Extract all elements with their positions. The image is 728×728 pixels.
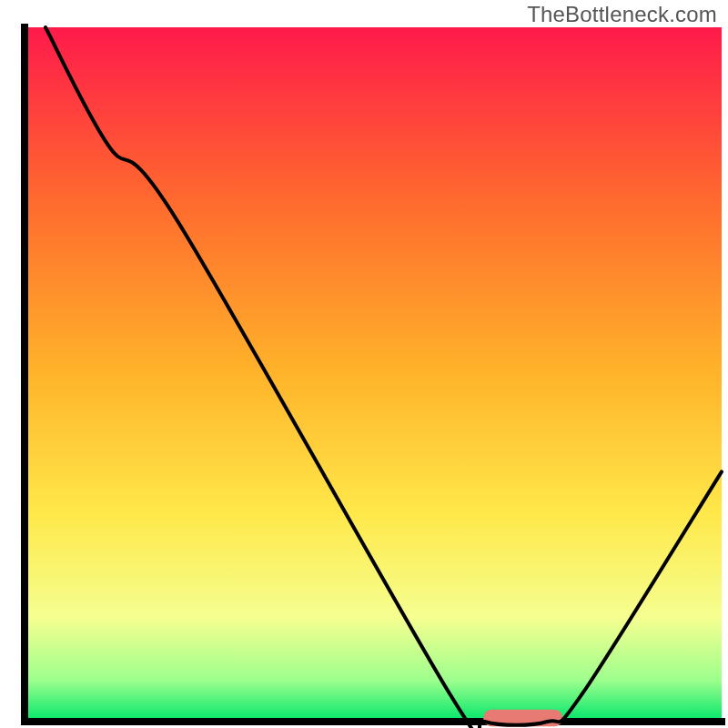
plot-background <box>25 27 722 722</box>
chart-container: TheBottleneck.com <box>0 0 728 728</box>
chart-svg <box>0 0 728 728</box>
